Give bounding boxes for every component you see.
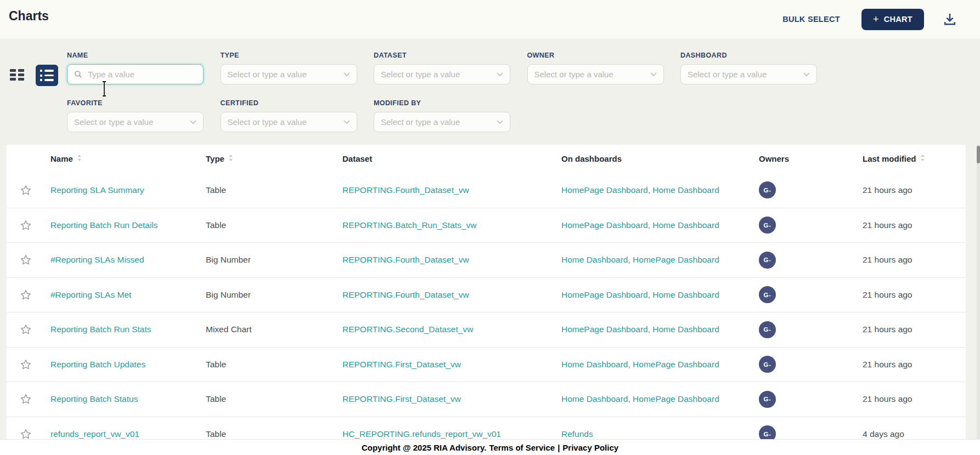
dataset-link[interactable]: REPORTING.Fourth_Dataset_vw [342, 185, 555, 195]
dataset-link[interactable]: REPORTING.Fourth_Dataset_vw [342, 290, 555, 300]
favorite-star-button[interactable] [20, 219, 32, 231]
dashboards-link[interactable]: HomePage Dashboard, Home Dashboard [561, 185, 752, 195]
filter-label: TYPE [221, 52, 357, 59]
column-header-dataset: Dataset [336, 154, 555, 163]
chart-name-link[interactable]: Reporting SLA Summary [50, 185, 199, 195]
filter-label: OWNER [527, 52, 664, 59]
chart-name-link[interactable]: Reporting Batch Run Stats [50, 325, 199, 334]
dataset-link[interactable]: HC_REPORTING.refunds_report_vw_v01 [342, 429, 555, 439]
scrollbar-track [977, 145, 980, 439]
dataset-select[interactable]: Select or type a value [374, 64, 510, 84]
chart-type-cell: Table [206, 185, 226, 195]
chart-type-cell: Mixed Chart [206, 325, 252, 334]
owner-avatar: G- [759, 252, 776, 269]
owner-select[interactable]: Select or type a value [527, 64, 664, 84]
plus-icon: + [873, 14, 879, 24]
chevron-down-icon [497, 120, 503, 124]
chart-type-cell: Table [206, 429, 226, 439]
scrollbar-thumb[interactable] [977, 146, 980, 163]
dashboards-link[interactable]: Refunds [561, 429, 752, 439]
add-chart-button[interactable]: + CHART [861, 9, 924, 30]
terms-of-service-link[interactable]: Terms of Service [489, 443, 555, 452]
filter-label: FAVORITE [67, 99, 204, 107]
table-header-row: Name Type Dataset On dashboards Owners L… [7, 145, 966, 173]
download-button[interactable] [942, 12, 958, 27]
star-icon [20, 428, 32, 439]
select-placeholder: Select or type a value [228, 70, 339, 79]
star-icon [20, 323, 32, 335]
bulk-select-button[interactable]: BULK SELECT [779, 14, 843, 24]
dataset-link[interactable]: REPORTING.First_Dataset_vw [342, 394, 555, 404]
card-view-button[interactable] [10, 69, 25, 82]
dashboards-link[interactable]: Home Dashboard, HomePage Dashboard [561, 394, 752, 404]
chart-name-link[interactable]: #Reporting SLAs Missed [50, 255, 199, 265]
dashboards-link[interactable]: HomePage Dashboard, Home Dashboard [561, 290, 752, 300]
select-placeholder: Select or type a value [74, 117, 185, 127]
column-header-last-modified[interactable]: Last modified [856, 154, 966, 163]
favorite-select[interactable]: Select or type a value [67, 112, 204, 132]
dashboards-link[interactable]: HomePage Dashboard, Home Dashboard [561, 325, 752, 334]
select-placeholder: Select or type a value [381, 70, 492, 79]
owner-avatar: G- [759, 321, 776, 338]
add-chart-label: CHART [884, 15, 913, 24]
last-modified-cell: 21 hours ago [863, 255, 913, 264]
last-modified-cell: 21 hours ago [863, 325, 913, 334]
column-header-name[interactable]: Name [44, 154, 199, 163]
filter-label: DASHBOARD [680, 52, 817, 59]
chart-name-link[interactable]: Reporting Batch Status [50, 394, 199, 404]
chart-name-link[interactable]: Reporting Batch Run Details [50, 220, 199, 230]
view-mode-toggles [10, 65, 58, 86]
dashboards-link[interactable]: HomePage Dashboard, Home Dashboard [561, 220, 752, 230]
dataset-link[interactable]: REPORTING.Second_Dataset_vw [342, 325, 555, 334]
type-select[interactable]: Select or type a value [221, 64, 357, 84]
sort-icon [228, 154, 233, 163]
favorite-star-button[interactable] [20, 393, 32, 405]
star-icon [20, 359, 32, 371]
list-view-button[interactable] [36, 65, 58, 86]
copyright-text: Copyright @ 2025 RIA Advisory. [362, 443, 486, 452]
filter-label: CERTIFIED [221, 99, 357, 107]
chevron-down-icon [650, 72, 657, 77]
table-row: Reporting Batch UpdatesTableREPORTING.Fi… [7, 347, 966, 382]
dataset-link[interactable]: REPORTING.Batch_Run_Stats_vw [342, 220, 555, 230]
table-row: Reporting Batch StatusTableREPORTING.Fir… [7, 382, 966, 417]
grid-icon [10, 69, 16, 72]
modified-by-select[interactable]: Select or type a value [374, 112, 510, 132]
search-icon [74, 70, 82, 78]
filter-certified: CERTIFIEDSelect or type a value [221, 99, 357, 132]
favorite-star-button[interactable] [20, 289, 32, 301]
dashboard-select[interactable]: Select or type a value [680, 64, 817, 84]
privacy-policy-link[interactable]: Privacy Policy [562, 443, 618, 452]
dataset-link[interactable]: REPORTING.Fourth_Dataset_vw [342, 255, 555, 265]
filter-label: MODIFIED BY [374, 99, 510, 107]
column-header-type[interactable]: Type [199, 154, 336, 163]
chevron-down-icon [190, 120, 196, 124]
table-row: Reporting SLA SummaryTableREPORTING.Four… [7, 173, 966, 208]
filter-favorite: FAVORITESelect or type a value [67, 99, 204, 132]
select-placeholder: Select or type a value [688, 70, 799, 79]
favorite-star-button[interactable] [20, 184, 32, 196]
chart-name-link[interactable]: refunds_report_vw_v01 [50, 429, 199, 439]
footer: Copyright @ 2025 RIA Advisory. Terms of … [0, 439, 980, 455]
certified-select[interactable]: Select or type a value [221, 112, 357, 132]
dashboards-link[interactable]: Home Dashboard, HomePage Dashboard [561, 360, 752, 369]
favorite-star-button[interactable] [20, 428, 32, 439]
dataset-link[interactable]: REPORTING.First_Dataset_vw [342, 360, 555, 369]
favorite-star-button[interactable] [20, 323, 32, 335]
owner-avatar: G- [759, 356, 776, 373]
select-placeholder: Select or type a value [228, 117, 339, 127]
favorite-star-button[interactable] [20, 254, 32, 266]
filter-owner: OWNERSelect or type a value [527, 52, 664, 84]
dashboards-link[interactable]: Home Dashboard, HomePage Dashboard [561, 255, 752, 265]
chart-type-cell: Big Number [206, 255, 251, 264]
name-input-field[interactable] [87, 69, 196, 79]
name-search-input[interactable] [67, 64, 204, 84]
chart-name-link[interactable]: #Reporting SLAs Met [50, 290, 199, 300]
filter-modified-by: MODIFIED BYSelect or type a value [374, 99, 510, 132]
download-icon [942, 12, 958, 27]
favorite-star-button[interactable] [20, 359, 32, 371]
last-modified-cell: 21 hours ago [863, 185, 913, 195]
chart-name-link[interactable]: Reporting Batch Updates [50, 360, 199, 369]
table-row: Reporting Batch Run StatsMixed ChartREPO… [7, 312, 966, 347]
owner-avatar: G- [759, 217, 776, 234]
